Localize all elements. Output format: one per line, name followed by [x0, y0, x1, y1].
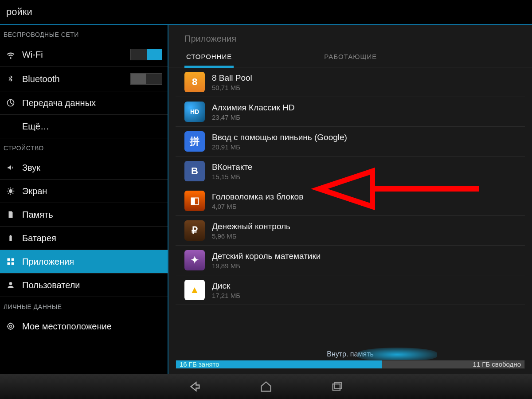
app-size: 15,15 МБ	[212, 173, 252, 180]
sidebar-item-label: Экран	[22, 186, 162, 196]
data-usage-icon	[5, 98, 16, 108]
apps-icon	[5, 256, 16, 267]
wifi-toggle[interactable]: I	[130, 49, 162, 60]
app-icon-8ball: 8	[184, 72, 205, 92]
app-size: 5,96 МБ	[212, 232, 290, 240]
settings-sidebar: БЕСПРОВОДНЫЕ СЕТИ Wi-Fi I Bluetooth O Пе…	[0, 25, 168, 374]
sidebar-item-label: Батарея	[22, 233, 162, 243]
storage-bar: Внутр. память 16 ГБ занято 11 ГБ свободн…	[176, 350, 525, 372]
app-row[interactable]: HD Алхимия Классик HD 23,47 МБ	[176, 97, 525, 127]
sidebar-item-label: Приложения	[22, 257, 162, 267]
pane-title: Приложения	[168, 25, 532, 48]
app-size: 23,47 МБ	[212, 113, 294, 121]
tab-running[interactable]: РАБОТАЮЩИЕ	[322, 48, 379, 67]
sidebar-item-label: Передача данных	[22, 98, 162, 108]
sidebar-item-label: Ещё…	[22, 121, 162, 132]
app-row[interactable]: 8 8 Ball Pool 50,71 МБ	[176, 67, 525, 97]
sidebar-item-users[interactable]: Пользователи	[0, 274, 168, 297]
sidebar-section-personal: ЛИЧНЫЕ ДАННЫЕ	[0, 297, 168, 315]
svg-rect-3	[12, 258, 14, 261]
app-icon-math: ✦	[184, 250, 205, 270]
tab-third-party[interactable]: СТОРОННИЕ	[184, 48, 234, 68]
app-icon-alchemy: HD	[184, 102, 205, 122]
app-row[interactable]: ▲ Диск 17,21 МБ	[176, 275, 525, 305]
bluetooth-toggle[interactable]: O	[130, 73, 162, 85]
apps-list[interactable]: 8 8 Ball Pool 50,71 МБ HD Алхимия Класси…	[168, 67, 532, 305]
sidebar-item-data-usage[interactable]: Передача данных	[0, 91, 168, 115]
app-icon-blocks: ◧	[184, 191, 205, 211]
app-row[interactable]: ✦ Детский король математики 19,89 МБ	[176, 246, 525, 275]
app-name: Диск	[212, 281, 240, 291]
app-size: 4,07 МБ	[212, 203, 303, 210]
app-name: Денежный контроль	[212, 222, 290, 231]
nav-back-button[interactable]	[186, 378, 204, 395]
app-icon-disk: ▲	[184, 280, 205, 300]
app-name: Алхимия Классик HD	[212, 103, 294, 113]
sidebar-item-display[interactable]: Экран	[0, 180, 168, 203]
sidebar-item-apps[interactable]: Приложения	[0, 250, 168, 274]
sidebar-item-sound[interactable]: Звук	[0, 156, 168, 180]
storage-free: 11 ГБ свободно	[473, 360, 521, 368]
svg-rect-4	[8, 262, 10, 265]
sidebar-item-more[interactable]: Ещё…	[0, 115, 168, 138]
sidebar-item-label: Пользователи	[22, 280, 162, 290]
app-name: 8 Ball Pool	[212, 73, 252, 83]
apps-tabs: СТОРОННИЕ РАБОТАЮЩИЕ	[168, 48, 532, 67]
app-name: Ввод с помощью пиньинь (Google)	[212, 133, 347, 142]
storage-icon	[5, 209, 16, 220]
sound-icon	[5, 162, 16, 173]
app-icon-pinyin: 拼	[184, 131, 205, 152]
nav-recent-button[interactable]	[328, 378, 346, 395]
blank-icon	[5, 121, 16, 132]
display-icon	[5, 186, 16, 196]
svg-rect-5	[12, 262, 14, 265]
apps-pane: Приложения СТОРОННИЕ РАБОТАЮЩИЕ 8 8 Ball…	[168, 25, 532, 374]
page-title-bar: ройки	[0, 0, 532, 25]
sidebar-item-storage[interactable]: Память	[0, 203, 168, 227]
page-title: ройки	[6, 6, 32, 18]
system-navbar	[0, 374, 532, 399]
wifi-icon	[5, 49, 16, 60]
sidebar-item-label: Wi-Fi	[22, 50, 124, 60]
app-name: Детский король математики	[212, 251, 321, 261]
app-size: 19,89 МБ	[212, 262, 321, 270]
svg-point-6	[9, 282, 12, 285]
location-icon	[5, 321, 16, 332]
app-size: 50,71 МБ	[212, 84, 252, 91]
app-row[interactable]: ₽ Денежный контроль 5,96 МБ	[176, 216, 525, 246]
app-icon-vk: В	[184, 161, 205, 181]
sidebar-section-device: СТРОЙСТВО	[0, 138, 168, 156]
sidebar-item-label: Звук	[22, 163, 162, 173]
users-icon	[5, 280, 16, 290]
bluetooth-icon	[5, 74, 16, 84]
app-row[interactable]: 拼 Ввод с помощью пиньинь (Google) 20,91 …	[176, 127, 525, 156]
app-name: Головоломка из блоков	[212, 192, 303, 202]
app-size: 17,21 МБ	[212, 292, 240, 299]
app-row[interactable]: ◧ Головоломка из блоков 4,07 МБ	[176, 186, 525, 216]
sidebar-item-label: Мое местоположение	[22, 321, 162, 332]
app-row-vkontakte[interactable]: В ВКонтакте 15,15 МБ	[176, 156, 525, 186]
app-icon-money: ₽	[184, 220, 205, 241]
svg-point-8	[8, 323, 13, 329]
nav-home-button[interactable]	[257, 378, 275, 395]
battery-icon	[5, 233, 16, 243]
sidebar-item-location[interactable]: Мое местоположение	[0, 315, 168, 338]
sidebar-item-battery[interactable]: Батарея	[0, 227, 168, 250]
svg-point-7	[10, 325, 12, 328]
svg-point-1	[9, 189, 12, 193]
app-name: ВКонтакте	[212, 162, 252, 172]
sidebar-section-wireless: БЕСПРОВОДНЫЕ СЕТИ	[0, 25, 168, 43]
app-size: 20,91 МБ	[212, 143, 347, 151]
sidebar-item-bluetooth[interactable]: Bluetooth O	[0, 67, 168, 91]
svg-rect-2	[8, 258, 10, 261]
sidebar-item-wifi[interactable]: Wi-Fi I	[0, 43, 168, 67]
sidebar-item-label: Bluetooth	[22, 74, 124, 84]
sidebar-item-label: Память	[22, 210, 162, 220]
storage-used: 16 ГБ занято	[180, 360, 219, 368]
